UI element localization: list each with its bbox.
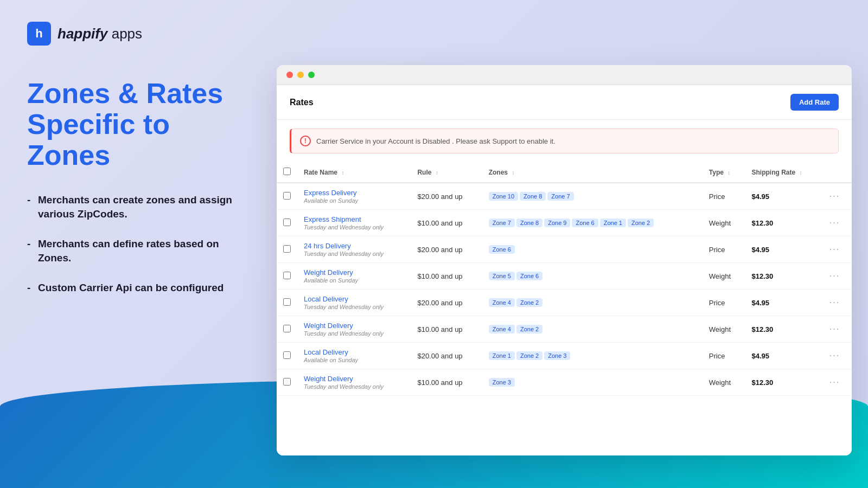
bullet-item-1: Merchants can define rates based on Zone… — [27, 237, 244, 266]
type-text-4: Price — [709, 299, 725, 307]
zone-badge-4-1[interactable]: Zone 2 — [516, 298, 542, 307]
row-shipping-rate-5: $12.30 — [745, 316, 823, 343]
rate-name-4[interactable]: Local Delivery — [304, 295, 404, 303]
price-text-3: $12.30 — [752, 272, 774, 280]
rate-subtitle-6: Available on Sunday — [304, 357, 404, 363]
th-shipping-rate[interactable]: Shipping Rate ↕ — [745, 162, 823, 183]
table-row: Local DeliveryAvailable on Sunday$20.00 … — [277, 343, 852, 369]
sort-icon-rule: ↕ — [436, 170, 438, 176]
checkbox-0[interactable] — [283, 192, 291, 200]
row-name-4: Local DeliveryTuesday and Wednesday only — [297, 290, 411, 316]
zone-badge-0-1[interactable]: Zone 8 — [520, 192, 546, 201]
row-shipping-rate-4: $4.95 — [745, 290, 823, 316]
sort-icon-shipping-rate: ↕ — [800, 170, 802, 176]
left-panel: h happify apps Zones & Rates Specific to… — [0, 0, 271, 488]
zone-badge-5-1[interactable]: Zone 2 — [516, 325, 542, 333]
table-header-row: Rate Name ↕ Rule ↕ Zones ↕ Type ↕ Shippi… — [277, 162, 852, 183]
add-rate-button[interactable]: Add Rate — [790, 94, 839, 111]
row-dots-menu-4[interactable]: ··· — [829, 298, 840, 307]
th-checkbox — [277, 162, 297, 183]
row-menu-2[interactable]: ··· — [823, 236, 852, 263]
row-name-3: Weight DeliveryAvailable on Sunday — [297, 263, 411, 290]
dot-yellow[interactable] — [297, 72, 304, 78]
th-zones[interactable]: Zones ↕ — [482, 162, 703, 183]
price-text-1: $12.30 — [752, 219, 774, 227]
rate-subtitle-4: Tuesday and Wednesday only — [304, 304, 404, 310]
row-dots-menu-1[interactable]: ··· — [829, 218, 840, 227]
checkbox-5[interactable] — [283, 325, 291, 332]
rate-name-0[interactable]: Express Delivery — [304, 189, 404, 197]
checkbox-6[interactable] — [283, 351, 291, 359]
type-text-5: Weight — [709, 325, 731, 333]
rate-subtitle-2: Tuesday and Wednesday only — [304, 251, 404, 257]
rule-text-0: $20.00 and up — [417, 192, 462, 201]
th-type[interactable]: Type ↕ — [703, 162, 745, 183]
sort-icon-type: ↕ — [727, 170, 730, 176]
row-zones-3: Zone 5Zone 6 — [482, 263, 703, 290]
logo-area: h happify apps — [27, 22, 244, 46]
checkbox-4[interactable] — [283, 298, 291, 306]
bullet-list: Merchants can create zones and assign va… — [27, 193, 244, 296]
rate-subtitle-7: Tuesday and Wednesday only — [304, 383, 404, 390]
zone-badge-5-0[interactable]: Zone 4 — [489, 325, 515, 333]
price-text-0: $4.95 — [752, 192, 770, 201]
th-rule[interactable]: Rule ↕ — [411, 162, 482, 183]
rate-name-1[interactable]: Express Shipment — [304, 215, 404, 223]
row-dots-menu-3[interactable]: ··· — [829, 271, 840, 280]
zone-badge-1-1[interactable]: Zone 8 — [516, 219, 542, 227]
zone-badge-6-1[interactable]: Zone 2 — [516, 351, 542, 360]
zone-badge-6-2[interactable]: Zone 3 — [544, 351, 570, 360]
zone-badge-1-0[interactable]: Zone 7 — [489, 219, 515, 227]
row-zones-7: Zone 3 — [482, 369, 703, 396]
row-dots-menu-7[interactable]: ··· — [829, 377, 840, 387]
zone-badge-1-5[interactable]: Zone 2 — [628, 219, 654, 227]
zone-badge-0-2[interactable]: Zone 7 — [547, 192, 573, 201]
row-menu-0[interactable]: ··· — [823, 183, 852, 210]
zone-badge-3-0[interactable]: Zone 5 — [489, 272, 515, 280]
zone-badge-4-0[interactable]: Zone 4 — [489, 298, 515, 307]
rate-subtitle-5: Tuesday and Wednesday only — [304, 330, 404, 337]
zone-badge-1-4[interactable]: Zone 1 — [600, 219, 626, 227]
row-menu-4[interactable]: ··· — [823, 290, 852, 316]
zone-badge-1-3[interactable]: Zone 6 — [572, 219, 598, 227]
zone-badge-3-1[interactable]: Zone 6 — [516, 272, 542, 280]
row-name-5: Weight DeliveryTuesday and Wednesday onl… — [297, 316, 411, 343]
rate-name-3[interactable]: Weight Delivery — [304, 268, 404, 277]
dot-red[interactable] — [286, 72, 293, 78]
row-type-3: Weight — [703, 263, 745, 290]
type-text-2: Price — [709, 246, 725, 254]
zone-badge-7-0[interactable]: Zone 3 — [489, 378, 515, 387]
row-shipping-rate-3: $12.30 — [745, 263, 823, 290]
checkbox-7[interactable] — [283, 378, 291, 386]
row-dots-menu-2[interactable]: ··· — [829, 245, 840, 254]
row-menu-3[interactable]: ··· — [823, 263, 852, 290]
row-menu-1[interactable]: ··· — [823, 210, 852, 236]
row-type-1: Weight — [703, 210, 745, 236]
table-row: Weight DeliveryTuesday and Wednesday onl… — [277, 316, 852, 343]
row-type-2: Price — [703, 236, 745, 263]
dot-green[interactable] — [308, 72, 315, 78]
row-dots-menu-0[interactable]: ··· — [829, 191, 840, 201]
checkbox-3[interactable] — [283, 272, 291, 279]
rule-text-4: $20.00 and up — [417, 299, 462, 307]
row-menu-5[interactable]: ··· — [823, 316, 852, 343]
row-menu-6[interactable]: ··· — [823, 343, 852, 369]
zone-badge-1-2[interactable]: Zone 9 — [544, 219, 570, 227]
rate-name-5[interactable]: Weight Delivery — [304, 322, 404, 330]
checkbox-1[interactable] — [283, 219, 291, 226]
row-menu-7[interactable]: ··· — [823, 369, 852, 396]
rate-name-7[interactable]: Weight Delivery — [304, 375, 404, 383]
select-all-checkbox[interactable] — [283, 168, 291, 175]
row-dots-menu-5[interactable]: ··· — [829, 324, 840, 333]
rate-name-2[interactable]: 24 hrs Delivery — [304, 242, 404, 250]
price-text-4: $4.95 — [752, 299, 770, 307]
checkbox-2[interactable] — [283, 245, 291, 253]
zone-badge-0-0[interactable]: Zone 10 — [489, 192, 518, 201]
alert-text: Carrier Service in your Account is Disab… — [316, 137, 556, 145]
zone-badge-2-0[interactable]: Zone 6 — [489, 245, 515, 254]
zone-badge-6-0[interactable]: Zone 1 — [489, 351, 515, 360]
rate-name-6[interactable]: Local Delivery — [304, 348, 404, 356]
row-zones-5: Zone 4Zone 2 — [482, 316, 703, 343]
row-dots-menu-6[interactable]: ··· — [829, 351, 840, 360]
th-rate-name[interactable]: Rate Name ↕ — [297, 162, 411, 183]
